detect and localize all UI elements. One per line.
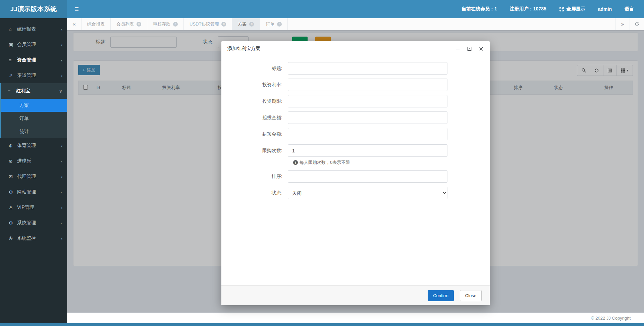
sidebar-item-label: 红利宝 <box>16 88 59 94</box>
sidebar-group-11: ✇系统监控‹ <box>0 231 67 246</box>
tabs-scroll-left-icon[interactable]: « <box>67 18 82 30</box>
field-label: 投资利率: <box>221 82 288 88</box>
field-hint-text: 每人限购次数，0表示不限 <box>300 159 350 166</box>
sidebar-item-label: 代理管理 <box>17 174 61 180</box>
language-menu[interactable]: 语言 <box>625 6 634 12</box>
sidebar-item-10[interactable]: ⚙系统管理‹ <box>1 215 67 231</box>
tab-close-icon[interactable]: × <box>221 22 226 27</box>
sidebar-item-4[interactable]: ≡红利宝∨ <box>1 83 67 99</box>
confirm-button[interactable]: Confirm <box>428 290 454 301</box>
channel-icon: ↗ <box>9 73 17 78</box>
copyright-text: © 2022 JJ Copyright <box>591 316 631 321</box>
tab-3[interactable]: USDT协议管理× <box>184 18 232 30</box>
sidebar-subitem-4-0[interactable]: 方案 <box>1 99 67 112</box>
fullscreen-label: 全屏显示 <box>567 6 585 12</box>
tab-label: 审核存款 <box>153 21 170 27</box>
field-label: 排序: <box>221 174 288 180</box>
field-input-2[interactable] <box>288 95 447 107</box>
sidebar-subitem-4-1[interactable]: 订单 <box>1 112 67 125</box>
field-hint: i每人限购次数，0表示不限 <box>293 159 490 166</box>
sidebar-item-label: 统计报表 <box>17 26 61 32</box>
tab-2[interactable]: 审核存款× <box>147 18 184 30</box>
top-right-menu: 当前在线会员：1 注册用户：10785 全屏显示 admin 语言 <box>462 6 644 12</box>
sidebar-group-6: ⊛进球乐‹ <box>0 153 67 169</box>
sidebar-item-7[interactable]: ✉代理管理‹ <box>1 169 67 184</box>
goal-icon: ⊛ <box>9 158 17 164</box>
add-bonus-plan-dialog: 添加红利宝方案 标题:投资利率:投资期限:起投金额:封顶金额:限购次数:i每人限… <box>221 41 490 305</box>
form-row-3: 起投金额: <box>221 111 490 124</box>
field-input-0[interactable] <box>288 62 447 75</box>
sports-icon: ⊕ <box>9 143 17 148</box>
sidebar-item-label: 渠道管理 <box>17 73 61 79</box>
tab-close-icon[interactable]: × <box>137 22 141 27</box>
chevron-left-icon: ‹ <box>61 190 62 195</box>
tab-5[interactable]: 订单× <box>260 18 288 30</box>
sidebar-subitem-label: 订单 <box>19 115 29 122</box>
bottom-accent-strip <box>0 323 644 326</box>
agent-icon: ✉ <box>9 174 17 179</box>
tab-close-icon[interactable]: × <box>277 22 282 27</box>
brand-logo[interactable]: JJ演示版本系统 <box>0 0 67 18</box>
tab-1[interactable]: 会员列表× <box>111 18 147 30</box>
online-members-stat: 当前在线会员：1 <box>462 6 497 12</box>
chevron-left-icon: ‹ <box>61 221 62 226</box>
sidebar-item-label: 网站管理 <box>17 189 61 195</box>
sidebar-item-label: 会员管理 <box>17 42 61 48</box>
sidebar-subitem-label: 统计 <box>19 129 29 135</box>
sidebar-group-2: ≡资金管理‹ <box>0 52 67 68</box>
sidebar-item-9[interactable]: ♙VIP管理‹ <box>1 200 67 215</box>
form-row-5: 限购次数: <box>221 144 490 157</box>
sidebar-group-0: ⌂统计报表‹ <box>0 21 67 37</box>
sidebar-item-6[interactable]: ⊛进球乐‹ <box>1 153 67 169</box>
tab-bar-right: » <box>615 18 644 30</box>
field-input-1[interactable] <box>288 79 447 91</box>
tab-4[interactable]: 方案× <box>232 18 260 30</box>
tab-label: 方案 <box>238 21 247 27</box>
field-input-5[interactable] <box>288 144 447 157</box>
chevron-down-icon: ∨ <box>59 89 62 94</box>
user-menu[interactable]: admin <box>598 6 612 12</box>
dialog-form: 标题:投资利率:投资期限:起投金额:封顶金额:限购次数:i每人限购次数，0表示不… <box>221 56 490 285</box>
sidebar-item-11[interactable]: ✇系统监控‹ <box>1 231 67 246</box>
status-select[interactable]: 关闭 <box>288 187 447 199</box>
home-icon: ⌂ <box>9 27 17 32</box>
field-input-4[interactable] <box>288 128 447 140</box>
sidebar-subitem-4-2[interactable]: 统计 <box>1 125 67 138</box>
sidebar-item-3[interactable]: ↗渠道管理‹ <box>1 68 67 83</box>
top-navbar: JJ演示版本系统 ≡ 当前在线会员：1 注册用户：10785 全屏显示 admi… <box>0 0 644 18</box>
chevron-left-icon: ‹ <box>61 159 62 164</box>
sidebar-item-5[interactable]: ⊕体育管理‹ <box>1 138 67 153</box>
field-input-6[interactable] <box>288 170 447 183</box>
sidebar-group-1: ▣会员管理‹ <box>0 37 67 52</box>
fullscreen-button[interactable]: 全屏显示 <box>559 6 585 12</box>
chevron-left-icon: ‹ <box>61 42 62 47</box>
minimize-icon[interactable] <box>455 46 460 51</box>
tabs: 综合报表会员列表×审核存款×USDT协议管理×方案×订单× <box>82 18 288 30</box>
sidebar-item-2[interactable]: ≡资金管理‹ <box>1 52 67 68</box>
maximize-icon[interactable] <box>467 46 472 51</box>
sidebar-item-8[interactable]: ⚙网站管理‹ <box>1 184 67 200</box>
chevron-left-icon: ‹ <box>61 58 62 63</box>
system-icon: ⚙ <box>9 220 17 226</box>
fullscreen-arrows-icon <box>559 7 564 12</box>
funds-icon: ≡ <box>9 57 17 63</box>
field-input-3[interactable] <box>288 111 447 124</box>
vip-icon: ♙ <box>9 205 17 210</box>
sidebar-item-1[interactable]: ▣会员管理‹ <box>1 37 67 52</box>
tabs-scroll-right-icon[interactable]: » <box>615 18 630 30</box>
registered-users-stat: 注册用户：10785 <box>510 6 546 12</box>
sidebar-toggle-icon[interactable]: ≡ <box>67 0 86 18</box>
form-row-4: 封顶金额: <box>221 128 490 140</box>
sidebar-group-4: ≡红利宝∨方案订单统计 <box>0 83 67 138</box>
chevron-left-icon: ‹ <box>61 205 62 210</box>
tab-close-icon[interactable]: × <box>173 22 178 27</box>
tab-close-icon[interactable]: × <box>249 22 254 27</box>
sidebar-group-9: ♙VIP管理‹ <box>0 200 67 215</box>
tab-label: USDT协议管理 <box>190 21 219 27</box>
close-button[interactable]: Close <box>460 290 482 301</box>
tab-label: 会员列表 <box>116 21 134 27</box>
sidebar-item-0[interactable]: ⌂统计报表‹ <box>1 21 67 37</box>
tab-0[interactable]: 综合报表 <box>82 18 111 30</box>
tabs-refresh-icon[interactable] <box>630 18 644 30</box>
close-icon[interactable] <box>478 46 484 51</box>
